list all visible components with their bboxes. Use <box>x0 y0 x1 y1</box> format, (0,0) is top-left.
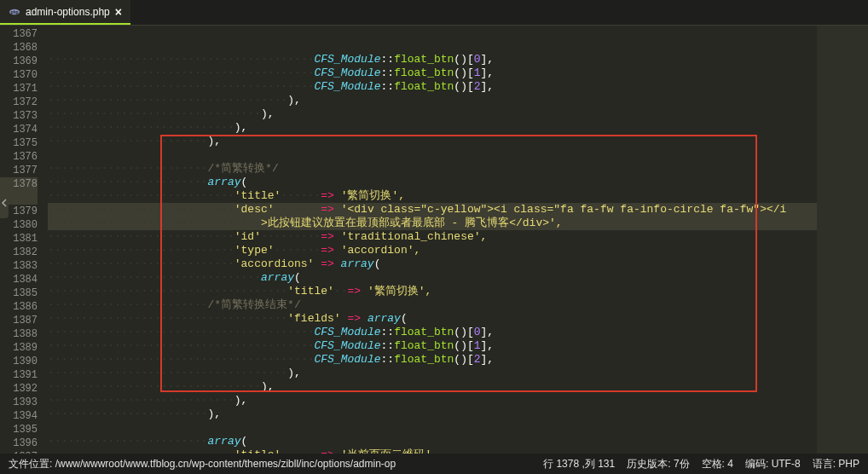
code-line[interactable]: ························array( <box>48 176 817 189</box>
code-line[interactable]: ····································), <box>48 94 817 107</box>
line-number: 1387 <box>0 314 38 327</box>
line-number: 1369 <box>0 55 38 68</box>
tab-bar: php admin-options.php × <box>0 0 868 26</box>
code-line[interactable]: ································), <box>48 380 817 394</box>
code-line[interactable]: ····································), <box>48 367 817 380</box>
code-line[interactable]: ········································… <box>48 66 817 80</box>
line-number: 1389 <box>0 341 38 355</box>
code-line[interactable] <box>48 148 817 162</box>
code-line[interactable]: ························), <box>48 408 817 421</box>
status-bar: 文件位置: /www/wwwroot/www.tfblog.cn/wp-cont… <box>0 454 868 474</box>
code-line[interactable] <box>48 421 817 435</box>
line-number: 1388 <box>0 327 38 341</box>
code-line[interactable]: ········································… <box>48 53 817 66</box>
status-spaces[interactable]: 空格: 4 <box>702 457 733 471</box>
line-number: 1391 <box>0 368 38 382</box>
line-number: 1376 <box>0 150 38 164</box>
line-number: 1392 <box>0 382 38 396</box>
code-line[interactable]: ························array( <box>48 435 817 448</box>
line-number: 1385 <box>0 286 38 300</box>
line-number: 1390 <box>0 355 38 368</box>
svg-text:php: php <box>10 9 18 14</box>
line-number: 1375 <box>0 136 38 150</box>
line-number: 1382 <box>0 246 38 259</box>
code-line[interactable]: ····································'tit… <box>48 285 817 298</box>
line-number: 1368 <box>0 41 38 55</box>
minimap[interactable] <box>817 26 868 454</box>
status-language[interactable]: 语言: PHP <box>813 457 859 471</box>
line-number: 1384 <box>0 273 38 286</box>
line-number: 1367 <box>0 27 38 41</box>
line-number: 1370 <box>0 68 38 82</box>
code-line[interactable]: ························), <box>48 135 817 148</box>
line-number: 1380 <box>0 218 38 232</box>
line-number: 1377 <box>0 164 38 177</box>
tab-close-icon[interactable]: × <box>115 5 122 19</box>
status-line-col[interactable]: 行 1378 ,列 131 <box>543 457 615 471</box>
line-number: 1371 <box>0 82 38 95</box>
code-line[interactable]: ································array( <box>48 271 817 285</box>
code-line[interactable]: ····························'title'·····… <box>48 189 817 203</box>
code-line[interactable]: ········································… <box>48 339 817 353</box>
line-number: 1393 <box>0 396 38 409</box>
editor-area: 1367136813691370137113721373137413751376… <box>0 26 868 454</box>
code-line[interactable]: ····································'fie… <box>48 312 817 326</box>
panel-collapse-handle[interactable] <box>0 188 9 218</box>
code-line[interactable]: ························/*简繁转换*/ <box>48 162 817 176</box>
code-line[interactable]: ········································… <box>48 80 817 94</box>
line-number: 1373 <box>0 109 38 123</box>
code-line[interactable]: ····························'accordions'… <box>48 257 817 271</box>
line-number: 1386 <box>0 300 38 314</box>
line-number: 1372 <box>0 95 38 109</box>
code-line[interactable]: ························/*简繁转换结束*/ <box>48 298 817 312</box>
code-line[interactable]: ····························), <box>48 394 817 408</box>
status-history[interactable]: 历史版本: 7份 <box>627 457 689 471</box>
code-line[interactable]: ········································… <box>48 353 817 367</box>
php-file-icon: php <box>9 6 20 18</box>
code-line[interactable]: ········································… <box>48 326 817 339</box>
code-content[interactable]: ········································… <box>48 26 817 454</box>
line-number: 1374 <box>0 123 38 136</box>
code-line[interactable]: ····························), <box>48 121 817 135</box>
code-line[interactable]: ····························'type'······… <box>48 244 817 257</box>
code-line[interactable]: ································), <box>48 107 817 121</box>
code-line[interactable]: ····························'id'········… <box>48 230 817 244</box>
line-number: 1396 <box>0 436 38 450</box>
line-number: 1394 <box>0 409 38 423</box>
line-number: 1395 <box>0 423 38 436</box>
tab-active[interactable]: php admin-options.php × <box>0 0 130 25</box>
line-number: 1383 <box>0 259 38 273</box>
code-line[interactable]: ································>此按钮建议放置… <box>48 217 817 230</box>
status-encoding[interactable]: 编码: UTF-8 <box>745 457 801 471</box>
line-number-gutter: 1367136813691370137113721373137413751376… <box>0 26 48 454</box>
code-line[interactable]: ····························'desc'······… <box>48 203 817 217</box>
status-path[interactable]: 文件位置: /www/wwwroot/www.tfblog.cn/wp-cont… <box>9 457 396 471</box>
line-number: 1381 <box>0 232 38 246</box>
tab-filename: admin-options.php <box>26 6 110 18</box>
